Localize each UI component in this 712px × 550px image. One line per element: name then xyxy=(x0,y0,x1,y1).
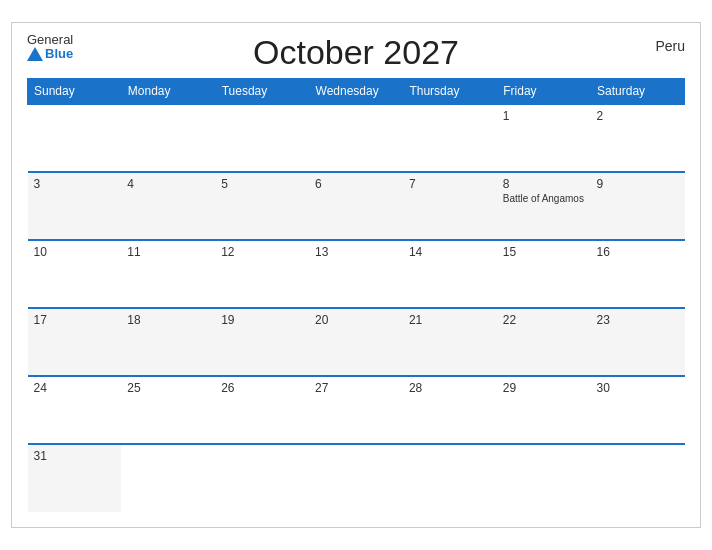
calendar-cell xyxy=(215,104,309,172)
calendar-cell: 18 xyxy=(121,308,215,376)
week-row-5: 24252627282930 xyxy=(28,376,685,444)
calendar-cell xyxy=(591,444,685,512)
day-number: 22 xyxy=(503,313,585,327)
calendar-cell: 25 xyxy=(121,376,215,444)
calendar-cell: 6 xyxy=(309,172,403,240)
logo: General Blue xyxy=(27,33,73,62)
day-number: 3 xyxy=(34,177,116,191)
calendar-cell: 14 xyxy=(403,240,497,308)
calendar-cell: 28 xyxy=(403,376,497,444)
calendar-cell: 8Battle of Angamos xyxy=(497,172,591,240)
day-number: 12 xyxy=(221,245,303,259)
week-row-6: 31 xyxy=(28,444,685,512)
day-number: 26 xyxy=(221,381,303,395)
weekday-header-saturday: Saturday xyxy=(591,79,685,105)
weekday-header-row: SundayMondayTuesdayWednesdayThursdayFrid… xyxy=(28,79,685,105)
calendar-cell: 30 xyxy=(591,376,685,444)
week-row-2: 345678Battle of Angamos9 xyxy=(28,172,685,240)
week-row-1: 12 xyxy=(28,104,685,172)
calendar-cell: 15 xyxy=(497,240,591,308)
calendar-cell: 20 xyxy=(309,308,403,376)
calendar-container: General Blue October 2027 Peru SundayMon… xyxy=(11,22,701,528)
calendar-cell xyxy=(121,444,215,512)
calendar-cell: 13 xyxy=(309,240,403,308)
day-number: 25 xyxy=(127,381,209,395)
calendar-cell: 29 xyxy=(497,376,591,444)
logo-triangle-icon xyxy=(27,47,43,61)
calendar-cell: 1 xyxy=(497,104,591,172)
week-row-4: 17181920212223 xyxy=(28,308,685,376)
calendar-cell: 31 xyxy=(28,444,122,512)
calendar-header: General Blue October 2027 Peru xyxy=(27,33,685,72)
calendar-cell xyxy=(28,104,122,172)
logo-general-text: General xyxy=(27,33,73,47)
day-number: 6 xyxy=(315,177,397,191)
day-number: 21 xyxy=(409,313,491,327)
calendar-cell: 5 xyxy=(215,172,309,240)
day-number: 28 xyxy=(409,381,491,395)
calendar-cell: 7 xyxy=(403,172,497,240)
calendar-cell: 11 xyxy=(121,240,215,308)
calendar-cell: 2 xyxy=(591,104,685,172)
day-number: 19 xyxy=(221,313,303,327)
calendar-cell: 27 xyxy=(309,376,403,444)
calendar-cell: 24 xyxy=(28,376,122,444)
day-number: 14 xyxy=(409,245,491,259)
day-number: 24 xyxy=(34,381,116,395)
day-number: 9 xyxy=(597,177,679,191)
weekday-header-friday: Friday xyxy=(497,79,591,105)
calendar-cell: 16 xyxy=(591,240,685,308)
calendar-cell: 23 xyxy=(591,308,685,376)
logo-blue-text: Blue xyxy=(27,47,73,61)
calendar-cell xyxy=(121,104,215,172)
day-number: 15 xyxy=(503,245,585,259)
calendar-cell: 22 xyxy=(497,308,591,376)
calendar-cell xyxy=(309,444,403,512)
calendar-cell: 10 xyxy=(28,240,122,308)
weekday-header-sunday: Sunday xyxy=(28,79,122,105)
calendar-table: SundayMondayTuesdayWednesdayThursdayFrid… xyxy=(27,78,685,512)
calendar-cell: 21 xyxy=(403,308,497,376)
day-number: 7 xyxy=(409,177,491,191)
day-number: 31 xyxy=(34,449,116,463)
day-number: 17 xyxy=(34,313,116,327)
country-label: Peru xyxy=(655,38,685,54)
day-number: 1 xyxy=(503,109,585,123)
day-number: 2 xyxy=(597,109,679,123)
calendar-cell: 19 xyxy=(215,308,309,376)
day-number: 29 xyxy=(503,381,585,395)
day-number: 20 xyxy=(315,313,397,327)
weekday-header-monday: Monday xyxy=(121,79,215,105)
day-number: 5 xyxy=(221,177,303,191)
calendar-cell: 17 xyxy=(28,308,122,376)
day-number: 4 xyxy=(127,177,209,191)
day-number: 18 xyxy=(127,313,209,327)
calendar-cell xyxy=(403,104,497,172)
calendar-cell xyxy=(403,444,497,512)
event-label: Battle of Angamos xyxy=(503,193,585,204)
calendar-cell: 9 xyxy=(591,172,685,240)
calendar-cell xyxy=(309,104,403,172)
calendar-cell xyxy=(497,444,591,512)
day-number: 10 xyxy=(34,245,116,259)
calendar-cell: 3 xyxy=(28,172,122,240)
calendar-cell: 4 xyxy=(121,172,215,240)
calendar-cell: 12 xyxy=(215,240,309,308)
day-number: 23 xyxy=(597,313,679,327)
day-number: 27 xyxy=(315,381,397,395)
day-number: 13 xyxy=(315,245,397,259)
calendar-cell: 26 xyxy=(215,376,309,444)
calendar-cell xyxy=(215,444,309,512)
day-number: 11 xyxy=(127,245,209,259)
weekday-header-tuesday: Tuesday xyxy=(215,79,309,105)
week-row-3: 10111213141516 xyxy=(28,240,685,308)
weekday-header-wednesday: Wednesday xyxy=(309,79,403,105)
day-number: 8 xyxy=(503,177,585,191)
day-number: 30 xyxy=(597,381,679,395)
calendar-title: October 2027 xyxy=(253,33,459,72)
day-number: 16 xyxy=(597,245,679,259)
weekday-header-thursday: Thursday xyxy=(403,79,497,105)
